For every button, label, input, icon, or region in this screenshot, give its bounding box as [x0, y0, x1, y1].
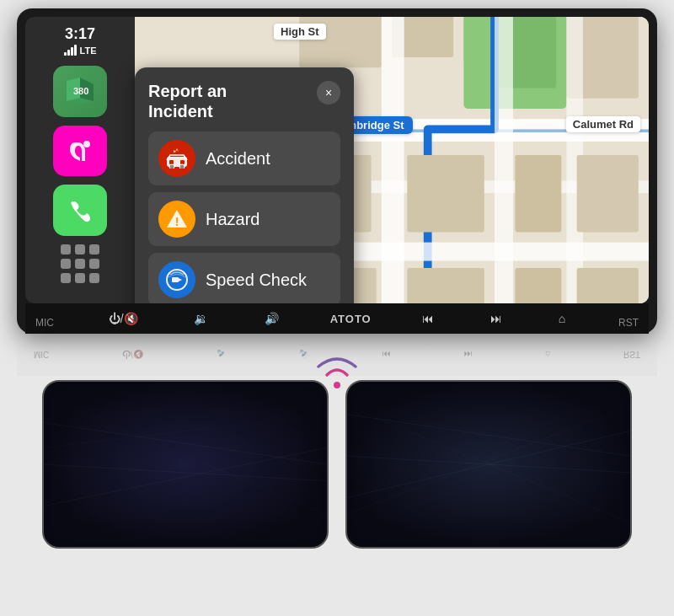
svg-rect-37: [44, 382, 327, 547]
svg-line-46: [347, 415, 630, 456]
svg-point-43: [168, 433, 202, 467]
app-icon-maps[interactable]: 380: [53, 66, 107, 117]
android-auto-icon: [459, 420, 518, 479]
signal-bars: [64, 45, 77, 56]
mic-label: MIC: [35, 317, 54, 329]
signal-row: LTE: [64, 45, 97, 56]
android-device: Android Auto: [345, 380, 632, 549]
svg-point-51: [465, 426, 512, 474]
volume-down-button[interactable]: 🔉: [189, 308, 213, 329]
head-unit: 3:17 LTE 380: [17, 8, 657, 334]
svg-line-38: [44, 423, 327, 464]
svg-rect-45: [347, 382, 630, 547]
next-track-button[interactable]: ⏭: [485, 308, 507, 329]
android-auto-label: Android Auto: [430, 486, 548, 508]
reflection-rst: RST: [623, 351, 640, 360]
svg-rect-22: [577, 155, 639, 233]
svg-line-49: [347, 406, 630, 514]
grid-dot: [61, 273, 71, 283]
speed-check-label: Speed Check: [206, 271, 307, 290]
svg-rect-13: [495, 17, 513, 303]
svg-marker-52: [477, 435, 500, 463]
incident-modal: Report anIncident ×: [135, 67, 354, 303]
reflection-vol-up: 🔊: [299, 351, 309, 360]
reflection-mic: MIC: [34, 351, 49, 360]
android-auto-logo: Android Auto: [430, 420, 548, 508]
svg-rect-18: [515, 155, 561, 233]
wifi-icon: [312, 350, 362, 392]
reflection-home: ⌂: [545, 351, 550, 360]
app-icon-phone[interactable]: [53, 185, 107, 236]
grid-dot: [75, 259, 85, 269]
svg-rect-20: [407, 268, 484, 303]
modal-close-button[interactable]: ×: [317, 81, 340, 104]
clock: 3:17: [65, 25, 95, 43]
svg-rect-28: [180, 160, 185, 164]
grid-dot: [75, 244, 85, 254]
accident-icon: [158, 140, 195, 177]
hazard-label: Hazard: [206, 210, 259, 229]
svg-point-30: [179, 164, 185, 169]
svg-line-42: [44, 415, 327, 448]
incident-option-speed[interactable]: Speed Check: [148, 253, 340, 303]
svg-rect-34: [172, 277, 179, 282]
grid-dot: [89, 244, 99, 254]
grid-dot: [75, 273, 85, 283]
reflection-prev: ⏮: [382, 351, 391, 360]
svg-point-29: [169, 164, 174, 169]
carplay-label: CarPlay: [151, 486, 220, 508]
svg-point-1: [83, 141, 90, 147]
carplay-logo: CarPlay: [151, 420, 220, 508]
carplay-screen: CarPlay: [44, 382, 327, 547]
phones-section: CarPlay: [17, 380, 657, 549]
prev-track-button[interactable]: ⏮: [417, 308, 439, 329]
control-bar: ⏻/🔇 🔉 🔊 ATOTO ⏮ ⏭ ⌂ MIC RST: [25, 303, 649, 334]
app-icon-lyft[interactable]: [53, 126, 107, 177]
street-label-calumet: Calumet Rd: [566, 116, 640, 132]
modal-header: Report anIncident ×: [148, 81, 340, 121]
svg-rect-53: [482, 455, 495, 458]
svg-rect-21: [515, 268, 561, 303]
carplay-icon: [156, 420, 215, 479]
grid-dot: [89, 259, 99, 269]
android-screen: Android Auto: [347, 382, 630, 547]
screen-display: 3:17 LTE 380: [25, 17, 649, 303]
svg-text:!: !: [175, 215, 179, 228]
grid-dot: [61, 244, 71, 254]
incident-option-hazard[interactable]: ! Hazard: [148, 192, 340, 246]
sidebar: 3:17 LTE 380: [25, 17, 135, 303]
speed-icon: [158, 261, 195, 298]
svg-line-39: [44, 464, 327, 481]
signal-bar-4: [74, 45, 77, 56]
reflection-vol-down: 🔉: [217, 351, 227, 360]
reflection-next: ⏭: [464, 351, 473, 360]
grid-dot: [61, 259, 71, 269]
svg-line-40: [44, 447, 327, 506]
lte-label: LTE: [80, 46, 97, 56]
signal-bar-2: [67, 50, 70, 56]
power-mute-button[interactable]: ⏻/🔇: [104, 308, 143, 329]
svg-line-50: [347, 406, 630, 522]
carplay-device: CarPlay: [42, 380, 329, 549]
volume-up-button[interactable]: 🔊: [259, 308, 284, 329]
svg-rect-27: [169, 160, 174, 164]
modal-title: Report anIncident: [148, 81, 227, 121]
street-label-high: High St: [274, 24, 326, 40]
incident-option-accident[interactable]: Accident: [148, 131, 340, 185]
app-grid[interactable]: [53, 244, 107, 296]
svg-text:380: 380: [73, 86, 88, 96]
svg-line-47: [347, 456, 630, 473]
home-button[interactable]: ⌂: [554, 308, 570, 329]
svg-point-36: [334, 382, 340, 388]
accident-label: Accident: [206, 149, 270, 169]
svg-marker-44: [180, 443, 194, 457]
svg-rect-17: [407, 155, 484, 233]
status-bar: 3:17 LTE: [64, 25, 97, 56]
reflection-power: ⏻/🔇: [122, 351, 143, 360]
svg-marker-35: [179, 278, 182, 281]
signal-bar-1: [64, 52, 67, 56]
svg-rect-23: [577, 268, 639, 303]
signal-bar-3: [71, 47, 73, 56]
svg-line-41: [44, 398, 327, 514]
atoto-label: ATOTO: [330, 313, 372, 325]
